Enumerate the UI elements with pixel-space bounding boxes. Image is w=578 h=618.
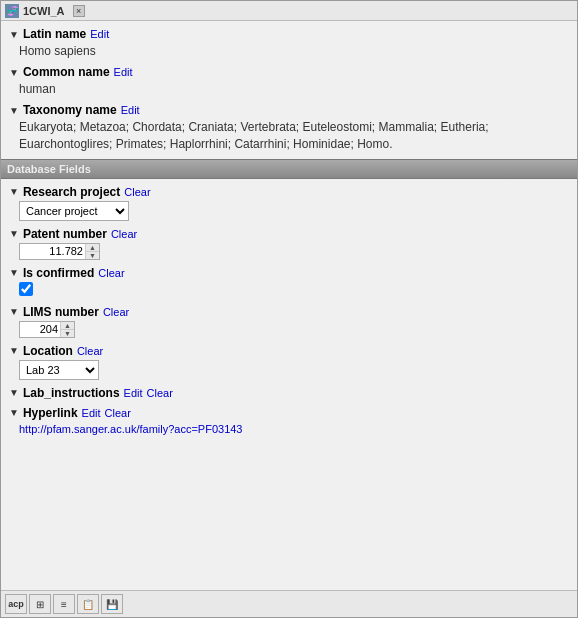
lims-number-label: LIMS number bbox=[23, 305, 99, 319]
lab-instructions-edit-link[interactable]: Edit bbox=[124, 387, 143, 399]
lab-instructions-label: Lab_instructions bbox=[23, 386, 120, 400]
is-confirmed-label: Is confirmed bbox=[23, 266, 94, 280]
research-project-header: ▼ Research project Clear bbox=[9, 185, 569, 199]
hyperlink-section: ▼ Hyperlink Edit Clear http://pfam.sange… bbox=[9, 406, 569, 436]
patent-number-wrap: ▲ ▼ bbox=[19, 243, 100, 260]
toolbar-grid-button[interactable]: ⊞ bbox=[29, 594, 51, 614]
is-confirmed-checkbox[interactable] bbox=[19, 282, 33, 296]
location-section: ▼ Location Clear Lab 23 Lab 1 Lab 2 bbox=[9, 344, 569, 380]
hyperlink-edit-link[interactable]: Edit bbox=[82, 407, 101, 419]
bottom-toolbar: acp ⊞ ≡ 📋 💾 bbox=[1, 590, 577, 617]
is-confirmed-section: ▼ Is confirmed Clear bbox=[9, 266, 569, 299]
hyperlink-clear-link[interactable]: Clear bbox=[105, 407, 131, 419]
location-clear-link[interactable]: Clear bbox=[77, 345, 103, 357]
close-button[interactable]: × bbox=[73, 5, 85, 17]
window-title: 1CWI_A bbox=[23, 5, 65, 17]
patent-number-collapse[interactable]: ▼ bbox=[9, 228, 19, 239]
common-name-edit-link[interactable]: Edit bbox=[114, 66, 133, 78]
lims-number-section: ▼ LIMS number Clear ▲ ▼ bbox=[9, 305, 569, 338]
latin-name-header: ▼ Latin name Edit bbox=[9, 27, 569, 41]
is-confirmed-header: ▼ Is confirmed Clear bbox=[9, 266, 569, 280]
location-label: Location bbox=[23, 344, 73, 358]
latin-name-collapse[interactable]: ▼ bbox=[9, 29, 19, 40]
lims-number-collapse[interactable]: ▼ bbox=[9, 306, 19, 317]
lims-number-clear-link[interactable]: Clear bbox=[103, 306, 129, 318]
lims-number-wrap: ▲ ▼ bbox=[19, 321, 75, 338]
research-project-label: Research project bbox=[23, 185, 120, 199]
patent-number-header: ▼ Patent number Clear bbox=[9, 227, 569, 241]
lab-instructions-collapse[interactable]: ▼ bbox=[9, 387, 19, 398]
patent-number-clear-link[interactable]: Clear bbox=[111, 228, 137, 240]
hyperlink-collapse[interactable]: ▼ bbox=[9, 407, 19, 418]
taxonomy-name-edit-link[interactable]: Edit bbox=[121, 104, 140, 116]
latin-name-value: Homo sapiens bbox=[19, 43, 569, 59]
research-project-select[interactable]: Cancer project Other project bbox=[19, 201, 129, 221]
hyperlink-label: Hyperlink bbox=[23, 406, 78, 420]
patent-number-label: Patent number bbox=[23, 227, 107, 241]
research-project-section: ▼ Research project Clear Cancer project … bbox=[9, 185, 569, 221]
lims-number-input[interactable] bbox=[20, 322, 60, 337]
taxonomy-name-section: ▼ Taxonomy name Edit Eukaryota; Metazoa;… bbox=[9, 103, 569, 153]
location-input-row: Lab 23 Lab 1 Lab 2 bbox=[19, 360, 569, 380]
main-window: 🧬 1CWI_A × ▼ Latin name Edit Homo sapien… bbox=[0, 0, 578, 618]
lab-instructions-clear-link[interactable]: Clear bbox=[147, 387, 173, 399]
toolbar-list-button[interactable]: ≡ bbox=[53, 594, 75, 614]
lims-number-up[interactable]: ▲ bbox=[61, 322, 74, 329]
content-area: ▼ Latin name Edit Homo sapiens ▼ Common … bbox=[1, 21, 577, 590]
hyperlink-header: ▼ Hyperlink Edit Clear bbox=[9, 406, 569, 420]
research-project-clear-link[interactable]: Clear bbox=[124, 186, 150, 198]
latin-name-section: ▼ Latin name Edit Homo sapiens bbox=[9, 27, 569, 59]
lab-instructions-section: ▼ Lab_instructions Edit Clear bbox=[9, 386, 569, 400]
lims-number-header: ▼ LIMS number Clear bbox=[9, 305, 569, 319]
taxonomy-name-header: ▼ Taxonomy name Edit bbox=[9, 103, 569, 117]
is-confirmed-clear-link[interactable]: Clear bbox=[98, 267, 124, 279]
hyperlink-value[interactable]: http://pfam.sanger.ac.uk/family?acc=PF03… bbox=[19, 423, 243, 435]
lims-number-down[interactable]: ▼ bbox=[61, 329, 74, 337]
taxonomy-name-collapse[interactable]: ▼ bbox=[9, 105, 19, 116]
research-project-input-row: Cancer project Other project bbox=[19, 201, 569, 221]
toolbar-acp-button[interactable]: acp bbox=[5, 594, 27, 614]
patent-number-input-row: ▲ ▼ bbox=[19, 243, 569, 260]
lims-number-input-row: ▲ ▼ bbox=[19, 321, 569, 338]
is-confirmed-checkbox-wrap bbox=[19, 282, 569, 299]
database-fields-bar: Database Fields bbox=[1, 159, 577, 179]
common-name-value: human bbox=[19, 81, 569, 97]
taxonomy-name-label: Taxonomy name bbox=[23, 103, 117, 117]
scroll-panel[interactable]: ▼ Latin name Edit Homo sapiens ▼ Common … bbox=[1, 21, 577, 590]
common-name-collapse[interactable]: ▼ bbox=[9, 67, 19, 78]
common-name-section: ▼ Common name Edit human bbox=[9, 65, 569, 97]
patent-number-spinner: ▲ ▼ bbox=[85, 244, 99, 259]
toolbar-save-button[interactable]: 💾 bbox=[101, 594, 123, 614]
patent-number-section: ▼ Patent number Clear ▲ ▼ bbox=[9, 227, 569, 260]
patent-number-up[interactable]: ▲ bbox=[86, 244, 99, 251]
title-bar: 🧬 1CWI_A × bbox=[1, 1, 577, 21]
common-name-label: Common name bbox=[23, 65, 110, 79]
window-icon: 🧬 bbox=[5, 4, 19, 18]
patent-number-down[interactable]: ▼ bbox=[86, 251, 99, 259]
taxonomy-name-value: Eukaryota; Metazoa; Chordata; Craniata; … bbox=[19, 119, 569, 153]
location-select[interactable]: Lab 23 Lab 1 Lab 2 bbox=[19, 360, 99, 380]
lims-number-spinner: ▲ ▼ bbox=[60, 322, 74, 337]
toolbar-clipboard-button[interactable]: 📋 bbox=[77, 594, 99, 614]
latin-name-edit-link[interactable]: Edit bbox=[90, 28, 109, 40]
location-collapse[interactable]: ▼ bbox=[9, 345, 19, 356]
latin-name-label: Latin name bbox=[23, 27, 86, 41]
is-confirmed-collapse[interactable]: ▼ bbox=[9, 267, 19, 278]
location-header: ▼ Location Clear bbox=[9, 344, 569, 358]
lab-instructions-header: ▼ Lab_instructions Edit Clear bbox=[9, 386, 569, 400]
common-name-header: ▼ Common name Edit bbox=[9, 65, 569, 79]
research-project-collapse[interactable]: ▼ bbox=[9, 186, 19, 197]
patent-number-input[interactable] bbox=[20, 244, 85, 259]
